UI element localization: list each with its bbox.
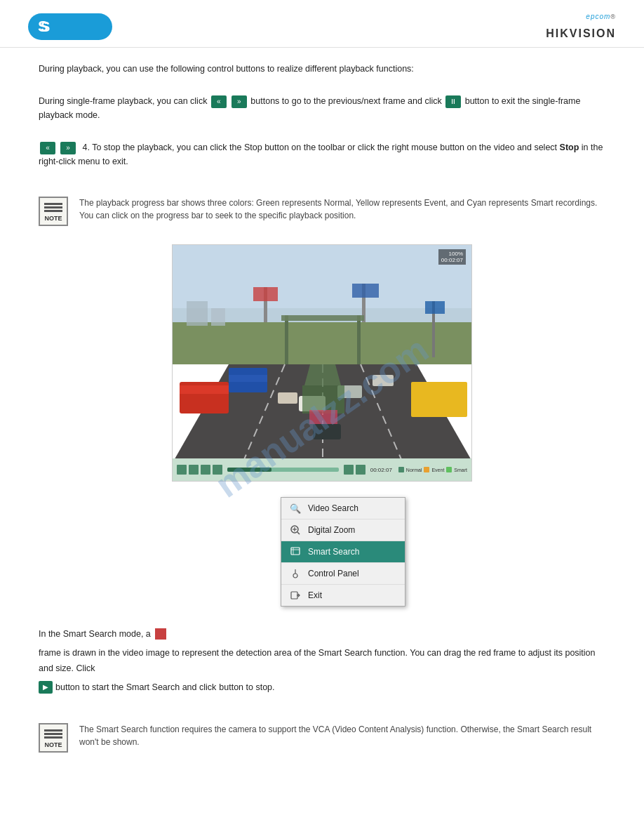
legend-event: Event <box>431 468 444 472</box>
svg-rect-26 <box>373 375 394 386</box>
menu-item-smart-search[interactable]: Smart Search <box>281 541 405 563</box>
right-click-context-menu: 🔍 Video Search Digital Zoom Smart Search <box>281 497 405 607</box>
note-lines-2 <box>44 728 62 740</box>
toolbar-btn-6[interactable] <box>356 465 365 475</box>
note-box-2: NOTE The Smart Search function requires … <box>39 723 605 755</box>
toolbar-btn-1[interactable] <box>177 465 187 475</box>
note-content-2: The Smart Search function requires the c… <box>79 723 605 748</box>
video-zoom-overlay: 100% 00:02:07 <box>438 249 466 265</box>
legend-smart: Smart <box>454 468 467 472</box>
svg-rect-16 <box>285 315 288 364</box>
svg-marker-9 <box>304 364 341 385</box>
svg-rect-18 <box>281 315 364 321</box>
control-panel-icon <box>290 568 301 579</box>
exit-label: Exit <box>308 590 322 600</box>
note-icon-1: NOTE <box>39 197 71 229</box>
note-icon-2: NOTE <box>39 723 71 755</box>
exit-icon <box>290 590 301 601</box>
video-player-toolbar: 00:02:07 Normal Event Smart <box>173 458 471 481</box>
svg-rect-13 <box>253 287 278 301</box>
note-lines <box>44 201 62 213</box>
svg-rect-37 <box>291 548 300 555</box>
video-search-label: Video Search <box>308 503 358 513</box>
toolbar-btn-3[interactable] <box>201 465 210 475</box>
brand-logo-s: S <box>28 13 112 40</box>
time-overlay: 00:02:07 <box>441 257 463 263</box>
toolbar-btn-2[interactable] <box>189 465 199 475</box>
menu-item-exit[interactable]: Exit <box>281 585 405 606</box>
svg-rect-17 <box>357 315 361 364</box>
note-box-1: NOTE The playback progress bar shows thr… <box>39 197 605 229</box>
svg-rect-32 <box>425 301 445 314</box>
hikvision-label: HIKVISION <box>546 27 616 40</box>
smart-search-icon <box>290 546 301 557</box>
start-smart-search-button[interactable]: ▶ <box>39 681 53 694</box>
svg-text:S: S <box>41 19 50 34</box>
highway-scene-svg <box>173 245 472 463</box>
video-search-icon: 🔍 <box>290 503 301 514</box>
svg-point-40 <box>293 574 297 578</box>
smart-search-label: Smart Search <box>308 547 359 557</box>
menu-item-control-panel[interactable]: Control Panel <box>281 563 405 585</box>
next-frame-button[interactable]: » <box>60 142 76 154</box>
svg-rect-29 <box>302 385 344 413</box>
highway-video-player: 00:02:07 Normal Event Smart 100% 00:02:0… <box>172 244 472 482</box>
svg-rect-4 <box>173 322 472 364</box>
paragraph-smart-search-note: In the Smart Search mode, a frame is dra… <box>39 626 605 695</box>
svg-rect-20 <box>180 385 229 394</box>
main-content: During playback, you can use the followi… <box>0 48 644 779</box>
context-menu-container: 🔍 Video Search Digital Zoom Smart Search <box>81 494 605 609</box>
svg-rect-11 <box>211 308 225 326</box>
hikvision-logo-area: epcom® HIKVISION <box>546 13 616 40</box>
svg-rect-27 <box>278 392 297 404</box>
pause-button-inline[interactable]: ⏸ <box>445 95 461 108</box>
note-content-1: The playback progress bar shows three co… <box>79 197 605 222</box>
highway-image-container: 00:02:07 Normal Event Smart 100% 00:02:0… <box>39 239 605 487</box>
paragraph-1: During playback, you can use the followi… <box>39 62 605 76</box>
zoom-level: 100% <box>441 251 463 257</box>
fast-forward-button-top[interactable]: » <box>232 95 247 108</box>
control-panel-label: Control Panel <box>308 569 359 578</box>
svg-rect-10 <box>187 301 208 326</box>
toolbar-btn-4[interactable] <box>213 465 222 475</box>
svg-rect-24 <box>411 382 467 417</box>
video-time-display: 00:02:07 <box>370 467 392 473</box>
inline-buttons-top: « » <box>210 95 248 108</box>
legend-normal: Normal <box>406 468 422 472</box>
page-header: S epcom® HIKVISION <box>0 0 644 48</box>
svg-rect-22 <box>229 375 267 382</box>
svg-rect-0 <box>29 16 111 37</box>
paragraph-buttons-row2: « » 4. To stop the playback, you can cli… <box>39 140 605 168</box>
digital-zoom-label: Digital Zoom <box>308 525 355 535</box>
svg-rect-15 <box>352 284 379 298</box>
svg-rect-30 <box>309 410 337 424</box>
svg-line-34 <box>297 532 300 534</box>
s-logo-svg: S <box>28 13 112 40</box>
digital-zoom-icon <box>290 524 301 536</box>
note-label-2: NOTE <box>44 741 62 748</box>
svg-rect-42 <box>291 592 297 599</box>
toolbar-btn-5[interactable] <box>344 465 354 475</box>
inline-buttons-row2: « » <box>39 142 77 154</box>
red-detection-square <box>155 628 166 640</box>
svg-rect-28 <box>313 424 341 439</box>
paragraph-buttons-row1: During single-frame playback, you can cl… <box>39 94 605 122</box>
menu-item-video-search[interactable]: 🔍 Video Search <box>281 498 405 519</box>
menu-item-digital-zoom[interactable]: Digital Zoom <box>281 519 405 541</box>
note-label-1: NOTE <box>44 215 62 222</box>
epcom-label: epcom® <box>546 13 616 27</box>
fast-rewind-button-top[interactable]: « <box>211 95 227 108</box>
prev-frame-button[interactable]: « <box>40 142 55 154</box>
